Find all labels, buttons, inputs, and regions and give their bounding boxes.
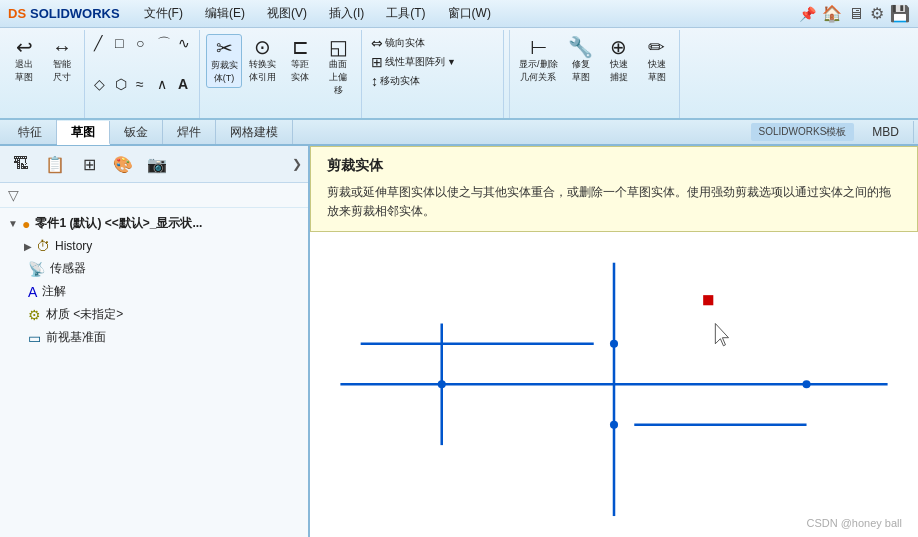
btn-spline[interactable]: ∿	[175, 34, 195, 52]
tooltip-text: 剪裁或延伸草图实体以使之与其他实体重合，或删除一个草图实体。使用强劲剪裁选项以通…	[327, 183, 901, 221]
material-label: 材质 <未指定>	[46, 306, 123, 323]
rg-relations-content: ⊢ 显示/删除几何关系 🔧 修复草图 ⊕ 快速捕捉 ✏ 快速草图	[516, 32, 675, 114]
sensor-label: 传感器	[50, 260, 86, 277]
exit-sketch-icon: ↩	[16, 36, 33, 58]
tab-solidworks-template[interactable]: SOLIDWORKS模板	[751, 123, 855, 141]
btn-line[interactable]: ╱	[91, 34, 111, 52]
menu-window[interactable]: 窗口(W)	[444, 3, 495, 24]
move-icon: ↕	[371, 73, 378, 89]
tab-meshmodel[interactable]: 网格建模	[216, 120, 293, 144]
btn-exit-sketch[interactable]: ↩ 退出 草图	[6, 34, 42, 86]
btn-linear-array[interactable]: ⊞ 线性草图阵列 ▼	[368, 53, 459, 71]
surface-offset-label: 曲面上偏移	[329, 58, 347, 97]
btn-text[interactable]: A	[175, 75, 195, 93]
btn-convert[interactable]: ⊙ 转换实体引用	[244, 34, 280, 86]
ribbon-group-relations: ⊢ 显示/删除几何关系 🔧 修复草图 ⊕ 快速捕捉 ✏ 快速草图	[512, 30, 680, 118]
btn-move[interactable]: ↕ 移动实体	[368, 72, 423, 90]
lt-btn-propmgr[interactable]: 📋	[40, 150, 70, 178]
btn-smart-dim[interactable]: ↔ 智能 尺寸	[44, 34, 80, 86]
root-label: 零件1 (默认) <<默认>_显示状...	[35, 215, 202, 232]
btn-circle[interactable]: ○	[133, 34, 153, 52]
ribbon-group-trim: ✂ 剪裁实体(T) ⊙ 转换实体引用 ⊏ 等距实体 ◱ 曲面上偏移	[202, 30, 362, 118]
arc-icon: ⌒	[157, 35, 171, 53]
btn-rect[interactable]: □	[112, 34, 132, 52]
right-panel: 剪裁实体 剪裁或延伸草图实体以使之与其他实体重合，或删除一个草图实体。使用强劲剪…	[310, 146, 918, 537]
menu-insert[interactable]: 插入(I)	[325, 3, 368, 24]
btn-diamond[interactable]: ◇	[91, 75, 111, 93]
btn-arc[interactable]: ⌒	[154, 34, 174, 54]
tree-item-annotation[interactable]: A 注解	[0, 280, 308, 303]
rect-icon: □	[115, 35, 123, 51]
btn-show-relations[interactable]: ⊢ 显示/删除几何关系	[516, 34, 561, 86]
lt-btn-camermgr[interactable]: 📷	[142, 150, 172, 178]
btn-wave[interactable]: ≈	[133, 75, 153, 93]
smart-dim-label: 智能 尺寸	[53, 58, 71, 84]
panel-expand-icon[interactable]: ❯	[292, 157, 302, 171]
tree-root-part[interactable]: ▼ ● 零件1 (默认) <<默认>_显示状...	[0, 212, 308, 235]
tab-mbd[interactable]: MBD	[858, 121, 914, 143]
btn-repair-sketch[interactable]: 🔧 修复草图	[563, 34, 599, 86]
btn-hex[interactable]: ⬡	[112, 75, 132, 93]
ribbon-group-exit: ↩ 退出 草图 ↔ 智能 尺寸	[2, 30, 85, 118]
tooltip-title: 剪裁实体	[327, 157, 901, 175]
btn-angle[interactable]: ∧	[154, 75, 174, 93]
filter-row: ▽	[0, 183, 308, 208]
repair-icon: 🔧	[568, 36, 593, 58]
mirror-group-label	[368, 114, 499, 116]
tree-item-material[interactable]: ⚙ 材质 <未指定>	[0, 303, 308, 326]
menu-bar: DS SOLIDWORKS 文件(F) 编辑(E) 视图(V) 插入(I) 工具…	[0, 0, 918, 28]
frontplane-icon: ▭	[28, 330, 41, 346]
feature-tree: ▼ ● 零件1 (默认) <<默认>_显示状... ▶ ⏱ History 📡 …	[0, 208, 308, 537]
lt-btn-featuremgr[interactable]: 🏗	[6, 150, 36, 178]
mirror-label: 镜向实体	[385, 36, 425, 50]
btn-quick-snap[interactable]: ⊕ 快速捕捉	[601, 34, 637, 86]
lt-btn-rendermgr[interactable]: 🎨	[108, 150, 138, 178]
history-chevron: ▶	[24, 241, 32, 252]
menu-tools[interactable]: 工具(T)	[382, 3, 429, 24]
trim-icon: ✂	[216, 37, 233, 59]
lt-btn-confmgr[interactable]: ⊞	[74, 150, 104, 178]
tab-weldment[interactable]: 焊件	[163, 120, 216, 144]
logo-ds: DS	[8, 6, 26, 21]
trim-label: 剪裁实体(T)	[211, 59, 238, 85]
linear-array-icon: ⊞	[371, 54, 383, 70]
array-dropdown-icon[interactable]: ▼	[447, 57, 456, 67]
tree-item-sensor[interactable]: 📡 传感器	[0, 257, 308, 280]
annotation-icon: A	[28, 284, 37, 300]
root-icon: ●	[22, 216, 30, 232]
tree-item-history[interactable]: ▶ ⏱ History	[0, 235, 308, 257]
draw-group-label	[91, 114, 195, 116]
menu-view[interactable]: 视图(V)	[263, 3, 311, 24]
smart-dim-icon: ↔	[52, 36, 72, 58]
annotation-label: 注解	[42, 283, 66, 300]
settings-icon[interactable]: ⚙	[870, 4, 884, 23]
trim-group-label	[206, 114, 357, 116]
menu-file[interactable]: 文件(F)	[140, 3, 187, 24]
quick-sketch-icon: ✏	[648, 36, 665, 58]
tree-item-frontplane[interactable]: ▭ 前视基准面	[0, 326, 308, 349]
tab-feature[interactable]: 特征	[4, 120, 57, 144]
surface-offset-icon: ◱	[329, 36, 348, 58]
angle-icon: ∧	[157, 76, 167, 92]
offset-label: 等距实体	[291, 58, 309, 84]
monitor-icon[interactable]: 🖥	[848, 5, 864, 23]
btn-surface-offset[interactable]: ◱ 曲面上偏移	[320, 34, 356, 99]
linear-array-label: 线性草图阵列	[385, 55, 445, 69]
btn-offset[interactable]: ⊏ 等距实体	[282, 34, 318, 86]
quick-snap-label: 快速捕捉	[610, 58, 628, 84]
pin-icon[interactable]: 📌	[799, 6, 816, 22]
menu-edit[interactable]: 编辑(E)	[201, 3, 249, 24]
tabs-bar: 特征 草图 钣金 焊件 网格建模 SOLIDWORKS模板 MBD	[0, 120, 918, 146]
tab-sketch[interactable]: 草图	[57, 121, 110, 145]
app-logo: DS SOLIDWORKS	[8, 6, 120, 21]
btn-mirror[interactable]: ⇔ 镜向实体	[368, 34, 428, 52]
save-icon[interactable]: 💾	[890, 4, 910, 23]
tab-sheetmetal[interactable]: 钣金	[110, 120, 163, 144]
hex-icon: ⬡	[115, 76, 127, 92]
move-label: 移动实体	[380, 74, 420, 88]
rg-exit-content: ↩ 退出 草图 ↔ 智能 尺寸	[6, 32, 80, 116]
svg-point-10	[438, 381, 446, 389]
btn-trim-entity[interactable]: ✂ 剪裁实体(T)	[206, 34, 242, 88]
home-icon[interactable]: 🏠	[822, 4, 842, 23]
btn-quick-sketch[interactable]: ✏ 快速草图	[639, 34, 675, 86]
